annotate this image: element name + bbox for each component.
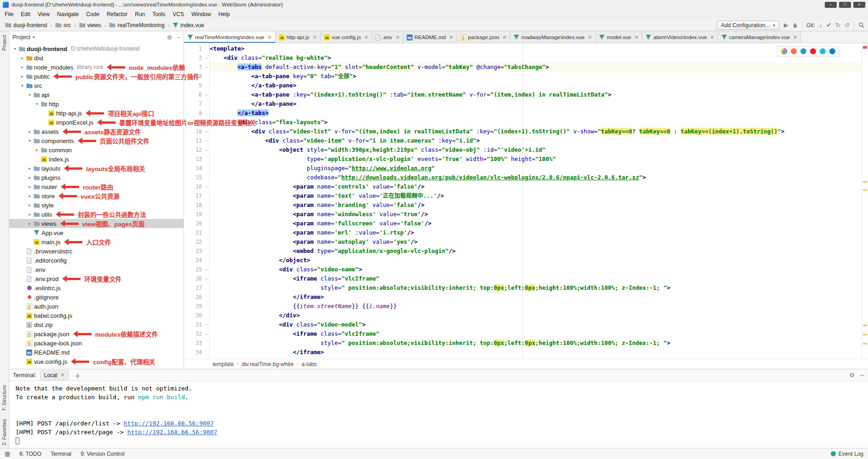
chevron-right-icon[interactable]: ▸ [19, 74, 25, 79]
chevron-down-icon[interactable]: ▾ [27, 92, 33, 97]
chevron-right-icon[interactable]: ▸ [27, 221, 33, 226]
menu-file[interactable]: File [1, 10, 17, 19]
settings-gear-icon[interactable]: ⚙ [849, 372, 855, 379]
menu-help[interactable]: Help [215, 10, 234, 19]
editor-tab-readme.md[interactable]: MDREADME.md✕ [403, 31, 457, 43]
git-commit-icon[interactable]: ✔ [826, 22, 831, 28]
editor-tab-roadwaymanage-index.vue[interactable]: roadwayManage\index.vue✕ [510, 31, 596, 43]
editor-tab-model.vue[interactable]: model.vue✕ [596, 31, 642, 43]
fold-marker-icon[interactable]: − [204, 92, 209, 98]
terminal-link[interactable]: http://192.168.66.56:9007 [124, 420, 214, 427]
close-icon[interactable]: ✕ [364, 34, 368, 40]
tree-item-dist[interactable]: ▸dist [9, 53, 184, 63]
editor-tab-package.json[interactable]: {}package.json✕ [457, 31, 510, 43]
tree-item-vue.config.js[interactable]: JSvue.config.jsconfig配置、代理相关 [9, 357, 184, 366]
breadcrumb-item-index.vue[interactable]: index.vue [171, 21, 205, 29]
status-todo[interactable]: 6: TODO [19, 451, 41, 457]
editor-tab-realtimemonitoring-index.vue[interactable]: realTimeMonitoring\index.vue✕ [184, 31, 276, 43]
status-terminal[interactable]: Terminal [51, 451, 71, 457]
opera-browser-icon[interactable] [810, 48, 816, 54]
fold-marker-icon[interactable]: − [204, 267, 209, 272]
tree-item-.editorconfig[interactable]: .editorconfig [9, 256, 184, 265]
chevron-right-icon[interactable]: ▸ [27, 184, 33, 189]
fold-marker-icon[interactable]: − [204, 332, 209, 337]
breadcrumb-item-duoji-frontend[interactable]: duoji-frontend [4, 21, 48, 29]
close-icon[interactable]: ✕ [60, 372, 64, 378]
breadcrumb-item-realtimemonitoring[interactable]: realTimeMonitoring [108, 21, 166, 29]
fold-marker-icon[interactable]: − [204, 276, 209, 281]
chevron-right-icon[interactable]: ▸ [27, 194, 33, 198]
settings-gear-icon[interactable]: ⚙ [167, 34, 172, 41]
code-area[interactable]: <template> <div class="realTime bg-white… [210, 43, 862, 359]
close-icon[interactable]: ✕ [634, 34, 638, 40]
tree-item-package-lock.json[interactable]: {}package-lock.json [9, 339, 184, 348]
maximize-button[interactable]: □ [839, 2, 851, 8]
tool-window-favorites[interactable]: 2: Favorites [1, 419, 7, 445]
menu-window[interactable]: Window [188, 10, 215, 19]
fold-marker-icon[interactable]: − [204, 138, 209, 143]
chevron-right-icon[interactable]: ▸ [27, 175, 33, 180]
event-log-button[interactable]: Event Log [831, 451, 863, 457]
tool-window-structure[interactable]: 7: Structure [1, 385, 7, 411]
tree-item-http-api.js[interactable]: JShttp-api.js项目相关api接口 [9, 109, 184, 118]
chevron-right-icon[interactable]: ▸ [27, 203, 33, 207]
ie-browser-icon[interactable] [820, 48, 826, 54]
firefox-browser-icon[interactable] [791, 48, 797, 54]
editor-tab-cameramanage-index.vue[interactable]: cameraManage\index.vue✕ [718, 31, 801, 43]
tree-item-.env.prod[interactable]: .env.prod环境变量文件 [9, 274, 184, 283]
hide-panel-icon[interactable]: ─ [860, 372, 864, 379]
error-stripe[interactable] [862, 43, 868, 359]
edge-browser-icon[interactable] [829, 48, 835, 54]
fold-marker-icon[interactable]: − [204, 148, 209, 153]
menu-tools[interactable]: Tools [149, 10, 169, 19]
chevron-down-icon[interactable]: ▾ [34, 102, 40, 106]
tree-item-main.js[interactable]: JSmain.js入口文件 [9, 237, 184, 247]
close-icon[interactable]: ✕ [396, 34, 400, 40]
chevron-right-icon[interactable]: ▸ [27, 166, 33, 171]
tree-item-router[interactable]: ▸routerrouter路由 [9, 182, 184, 191]
rollback-icon[interactable]: ↺ [845, 22, 850, 28]
tree-item-index.js[interactable]: JSindex.js [9, 155, 184, 164]
breadcrumb-item-src[interactable]: src [54, 21, 72, 29]
menu-view[interactable]: View [34, 10, 53, 19]
tree-item-.browserslistrc[interactable]: .browserslistrc [9, 247, 184, 256]
tree-item-components[interactable]: ▾components页面公共组件文件 [9, 136, 184, 145]
tree-item-readme.md[interactable]: MDREADME.md [9, 348, 184, 357]
close-icon[interactable]: ✕ [313, 34, 317, 40]
tree-item-style[interactable]: ▸style [9, 201, 184, 210]
history-icon[interactable]: ↻ [835, 22, 840, 28]
search-icon[interactable] [858, 22, 864, 28]
menu-edit[interactable]: Edit [17, 10, 34, 19]
breadcrumb-item-views[interactable]: views [78, 21, 103, 29]
close-icon[interactable]: ✕ [588, 34, 592, 40]
tree-item-plugins[interactable]: ▸plugins [9, 173, 184, 182]
tree-item-.eslintrc.js[interactable]: .eslintrc.js [9, 283, 184, 293]
tree-item-node_modules[interactable]: ▸node_moduleslibrary rootnode_modules依赖 [9, 63, 184, 72]
chevron-right-icon[interactable]: ▸ [19, 65, 25, 69]
chevron-right-icon[interactable]: ▸ [34, 148, 40, 152]
minimize-button[interactable]: – [825, 2, 837, 8]
chevron-down-icon[interactable]: ▾ [27, 138, 33, 143]
tree-item-app.vue[interactable]: App.vue [9, 228, 184, 237]
terminal-tab-local[interactable]: Local ✕ [40, 370, 69, 380]
close-button[interactable]: × [853, 2, 865, 8]
editor-tab-http-api.js[interactable]: JShttp-api.js✕ [276, 31, 321, 43]
chevron-right-icon[interactable]: ▸ [27, 212, 33, 217]
collapse-all-icon[interactable]: − [177, 34, 180, 41]
fold-marker-icon[interactable]: − [204, 322, 209, 327]
git-update-icon[interactable]: ↓ [819, 22, 822, 28]
menu-navigate[interactable]: Navigate [53, 10, 82, 19]
tool-window-switcher-icon[interactable]: ▦ [5, 450, 10, 457]
tree-item-importexcel.js[interactable]: JSimportExcel.js暴露环境变量地址给图片or视频资源路径变量相关 [9, 118, 184, 127]
tree-item-duoji-frontend[interactable]: ▾duoji-frontendD:\zheheWeb\duoji-fronten… [9, 44, 184, 53]
chevron-right-icon[interactable]: ▸ [27, 129, 33, 134]
tree-item-views[interactable]: ▸viewsview视图、pages页面 [9, 219, 184, 228]
tree-item-auth.json[interactable]: {}auth.json [9, 302, 184, 311]
close-icon[interactable]: ✕ [502, 34, 506, 40]
tree-item-api[interactable]: ▾api [9, 90, 184, 99]
editor-breadcrumb-item[interactable]: a-tabs [301, 361, 316, 367]
new-terminal-session-button[interactable]: ＋ [73, 371, 83, 380]
tree-item-utils[interactable]: ▸utils封装的一些公共函数方法 [9, 210, 184, 219]
close-icon[interactable]: ✕ [793, 34, 797, 40]
debug-icon[interactable] [793, 23, 798, 28]
